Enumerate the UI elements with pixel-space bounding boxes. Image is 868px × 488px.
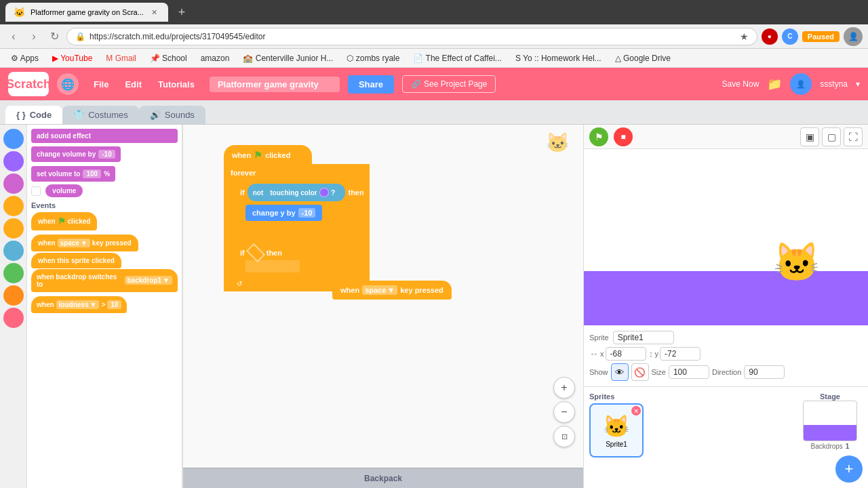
direction-label: Direction bbox=[712, 368, 741, 376]
user-dropdown-icon[interactable]: ▾ bbox=[856, 79, 860, 89]
language-button[interactable]: 🌐 bbox=[57, 73, 79, 95]
operators-category[interactable] bbox=[3, 263, 24, 283]
code-canvas[interactable]: when ⚑ clicked forever if bbox=[183, 125, 583, 488]
folder-icon[interactable]: 📁 bbox=[767, 77, 782, 92]
when-flag-clicked-block[interactable]: when ⚑ clicked bbox=[31, 212, 97, 230]
bookmark-centerville[interactable]: 🏫 Centerville Junior H... bbox=[237, 52, 338, 64]
when-flag-clicked-hat[interactable]: when ⚑ clicked bbox=[224, 145, 312, 164]
floating-key-block[interactable]: when space ▼ key pressed bbox=[332, 281, 452, 300]
scratch-logo[interactable]: Scratch bbox=[8, 72, 49, 96]
forever-body: if not touching color ? bbox=[235, 179, 370, 278]
touching-color-block[interactable]: touching color ? bbox=[265, 186, 340, 199]
share-button[interactable]: Share bbox=[348, 75, 394, 94]
sprite-delete-button[interactable]: ✕ bbox=[631, 406, 641, 415]
sprite-name-input[interactable] bbox=[613, 331, 674, 344]
volume-checkbox[interactable] bbox=[31, 186, 41, 196]
bookmark-amazon[interactable]: amazon bbox=[195, 52, 235, 64]
bookmark-school[interactable]: 📌 School bbox=[144, 52, 193, 64]
not-block[interactable]: not touching color ? bbox=[248, 184, 346, 201]
zoom-in-button[interactable]: + bbox=[553, 377, 575, 399]
size-input[interactable] bbox=[669, 365, 709, 379]
see-project-button[interactable]: 🔗 See Project Page bbox=[402, 75, 496, 93]
forever-block[interactable]: forever if not bbox=[224, 164, 370, 291]
myblocks-category[interactable] bbox=[3, 308, 24, 328]
bookmark-gmail[interactable]: M Gmail bbox=[100, 52, 142, 64]
sprites-stage-section: Sprites ✕ 🐱 Sprite1 Stage bbox=[584, 387, 868, 488]
stop-icon: ■ bbox=[620, 132, 625, 142]
bookmark-homework[interactable]: S Yo :: Homework Hel... bbox=[510, 52, 607, 64]
stage-mini-thumbnail[interactable] bbox=[803, 401, 857, 441]
motion-category[interactable] bbox=[3, 129, 24, 149]
add-sprite-button[interactable]: + bbox=[835, 455, 863, 483]
username[interactable]: ssstyna bbox=[820, 79, 848, 89]
user-avatar[interactable]: 👤 bbox=[790, 73, 812, 95]
bookmark-youtube[interactable]: ▶ YouTube bbox=[47, 52, 98, 64]
sprite-info-left: Sprite ↔ x ↕ y bbox=[589, 331, 785, 381]
refresh-button[interactable]: ↻ bbox=[46, 28, 62, 45]
user-chrome-icon[interactable]: 👤 bbox=[844, 27, 863, 46]
volume-reporter-block[interactable]: volume bbox=[45, 184, 83, 197]
show-visible-button[interactable]: 👁 bbox=[611, 363, 629, 381]
direction-input[interactable] bbox=[744, 365, 785, 379]
x-input[interactable] bbox=[606, 347, 646, 361]
change-volume-block[interactable]: change volume by -10 bbox=[31, 146, 121, 162]
bookmark-drive[interactable]: △ Google Drive bbox=[610, 52, 676, 64]
tutorials-menu[interactable]: Tutorials bbox=[151, 77, 201, 92]
zoom-reset-button[interactable]: ⊡ bbox=[553, 426, 575, 447]
tab-close-button[interactable]: ✕ bbox=[149, 7, 160, 18]
tab-sounds[interactable]: 🔊 Sounds bbox=[139, 106, 205, 124]
bookmark-apps[interactable]: ⚙ Apps bbox=[5, 52, 44, 64]
extension-icon-2[interactable]: C bbox=[782, 28, 798, 45]
sprite1-thumb[interactable]: ✕ 🐱 Sprite1 bbox=[589, 403, 644, 458]
when-backdrop-switches-block-row: when backdrop switches to backdrop1 ▼ bbox=[31, 269, 178, 292]
save-now-button[interactable]: Save Now bbox=[722, 79, 760, 89]
bookmark-caffeine[interactable]: 📄 The Effect of Caffei... bbox=[408, 52, 507, 64]
color-swatch[interactable] bbox=[319, 188, 329, 197]
tab-code[interactable]: { } Code bbox=[5, 106, 62, 124]
extension-icon-1[interactable]: ● bbox=[762, 28, 778, 45]
show-hidden-button[interactable]: 🚫 bbox=[631, 363, 649, 381]
normal-view-button[interactable]: ▣ bbox=[800, 127, 819, 146]
address-bar[interactable]: 🔒 https://scratch.mit.edu/projects/31704… bbox=[66, 28, 757, 45]
when-loudness-block[interactable]: when loudness ▼ > 10 bbox=[31, 296, 127, 313]
volume-reporter-row: volume bbox=[31, 186, 178, 196]
large-view-button[interactable]: ▢ bbox=[822, 127, 841, 146]
active-tab[interactable]: 🐱 Platformer game gravity on Scra... ✕ bbox=[5, 3, 168, 22]
change-y-value[interactable]: -10 bbox=[298, 208, 316, 218]
when-key-pressed-block[interactable]: when space ▼ key pressed bbox=[31, 235, 138, 251]
stop-button[interactable]: ■ bbox=[614, 127, 633, 146]
sound-category[interactable] bbox=[3, 174, 24, 194]
when-backdrop-block[interactable]: when backdrop switches to backdrop1 ▼ bbox=[31, 269, 178, 292]
sprite-info: Sprite ↔ x ↕ y bbox=[584, 325, 868, 387]
if-not-block[interactable]: if not touching color ? bbox=[235, 179, 370, 241]
looks-category[interactable] bbox=[3, 151, 24, 171]
back-button[interactable]: ‹ bbox=[5, 28, 22, 45]
control-category[interactable] bbox=[3, 218, 24, 239]
if-block-2[interactable]: if then bbox=[235, 243, 370, 278]
project-title-input[interactable] bbox=[210, 77, 340, 92]
change-y-block[interactable]: change y by -10 bbox=[245, 205, 322, 221]
y-input[interactable] bbox=[660, 347, 701, 361]
volume-value[interactable]: -10 bbox=[98, 150, 115, 159]
sensing-category[interactable] bbox=[3, 241, 24, 261]
forward-button[interactable]: › bbox=[26, 28, 42, 45]
new-tab-button[interactable]: + bbox=[172, 3, 191, 22]
add-sound-effect-block[interactable]: add sound effect bbox=[31, 129, 178, 143]
zoom-out-button[interactable]: − bbox=[553, 401, 575, 423]
space-dropdown[interactable]: space ▼ bbox=[362, 285, 397, 295]
green-flag-button[interactable]: ⚑ bbox=[589, 127, 608, 146]
variables-category[interactable] bbox=[3, 285, 24, 306]
when-sprite-clicked-block[interactable]: when this sprite clicked bbox=[31, 253, 121, 268]
edit-menu[interactable]: Edit bbox=[118, 77, 149, 92]
set-volume-block[interactable]: set volume to 100 % bbox=[31, 166, 115, 182]
when-space-pressed-block[interactable]: when space ▼ key pressed bbox=[332, 281, 452, 300]
backpack-bar[interactable]: Backpack bbox=[183, 468, 583, 488]
zoom-controls: + − ⊡ bbox=[553, 377, 575, 447]
tab-costumes[interactable]: 👕 Costumes bbox=[62, 106, 139, 124]
events-category[interactable] bbox=[3, 196, 24, 216]
file-menu[interactable]: File bbox=[87, 77, 115, 92]
blocks-list: add sound effect change volume by -10 se… bbox=[27, 125, 182, 488]
volume-set-value[interactable]: 100 bbox=[83, 169, 101, 178]
bookmark-zombs[interactable]: ⬡ zombs ryale bbox=[341, 52, 405, 64]
fullscreen-button[interactable]: ⛶ bbox=[844, 127, 863, 146]
